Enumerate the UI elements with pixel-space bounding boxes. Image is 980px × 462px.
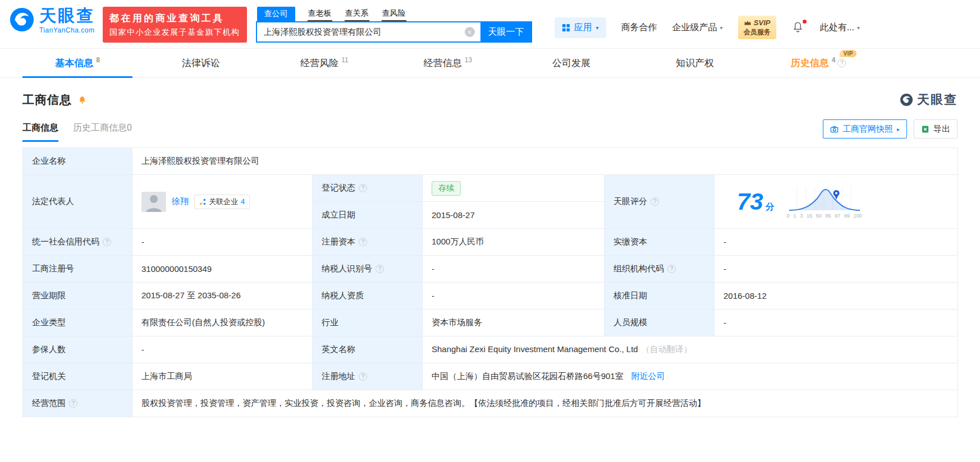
taxpayer-quality-value: -	[423, 283, 605, 309]
tab-label: 基本信息	[55, 57, 93, 70]
user-menu[interactable]: 此处有... ▾	[820, 22, 860, 34]
search-tab-risk[interactable]: 查风险	[382, 7, 406, 21]
tab-label: 经营风险	[300, 57, 338, 70]
search-tab-boss[interactable]: 查老板	[308, 7, 332, 21]
business-scope-value: 股权投资管理，投资管理，资产管理，实业投资，投资咨询，企业咨询，商务信息咨询。【…	[132, 390, 958, 417]
search-tab-company[interactable]: 查公司	[257, 7, 295, 21]
apps-grid-icon	[562, 24, 570, 32]
help-icon[interactable]: ?	[359, 238, 367, 246]
establish-date-value: 2015-08-27	[423, 202, 605, 229]
tab-basic-info[interactable]: 基本信息 8	[22, 49, 132, 77]
establish-date-label: 成立日期	[313, 202, 423, 229]
tab-label: 经营信息	[424, 57, 462, 70]
table-row: 经营范围? 股权投资管理，投资管理，资产管理，实业投资，投资咨询，企业咨询，商务…	[23, 390, 958, 417]
watermark-brand-text: 天眼查	[917, 91, 958, 108]
business-info-subtabs: 工商信息 历史工商信息0	[22, 122, 132, 136]
help-icon[interactable]: ?	[359, 184, 367, 192]
official-snapshot-button[interactable]: 工商官网快照 ▸	[823, 119, 907, 138]
business-cooperation-link[interactable]: 商务合作	[621, 22, 657, 34]
tab-intellectual-property[interactable]: 知识产权	[640, 49, 750, 77]
chevron-down-icon: ▾	[857, 25, 860, 31]
subtab-history-business-info[interactable]: 历史工商信息0	[73, 122, 132, 136]
banner-line1: 都在用的商业查询工具	[109, 12, 240, 25]
top-header: 天眼查 TianYanCha.com 都在用的商业查询工具 国家中小企业发展子基…	[0, 0, 980, 49]
crown-icon	[744, 20, 752, 26]
related-companies-chip[interactable]: 关联企业 4	[194, 195, 250, 209]
score-unit: 分	[766, 201, 775, 213]
tianyancha-watermark: 天眼查	[900, 91, 958, 108]
reg-authority-value: 上海市工商局	[132, 363, 313, 390]
export-button[interactable]: 导出	[914, 119, 958, 138]
help-icon[interactable]: ?	[837, 59, 846, 67]
logo-brand-text: 天眼查	[39, 7, 95, 25]
company-type-label: 企业类型	[23, 309, 132, 336]
company-name-label: 企业名称	[23, 148, 132, 175]
bell-icon	[791, 21, 804, 34]
tab-history-info[interactable]: VIP 历史信息 4 ?	[763, 49, 873, 77]
table-row: 企业名称 上海泽熙股权投资管理有限公司	[23, 148, 958, 175]
apps-menu[interactable]: 应用 ▾	[555, 17, 606, 38]
tianyancha-logo[interactable]: 天眼查 TianYanCha.com	[9, 7, 95, 34]
help-icon[interactable]: ?	[375, 265, 384, 273]
legal-rep-name-link[interactable]: 徐翔	[172, 196, 189, 207]
tab-operation-info[interactable]: 经营信息 13	[393, 49, 503, 77]
help-icon[interactable]: ?	[103, 238, 111, 246]
industry-label: 行业	[313, 309, 423, 336]
monitor-bell-icon[interactable]	[77, 95, 87, 105]
help-icon[interactable]: ?	[359, 372, 367, 381]
chevron-down-icon: ▾	[596, 25, 599, 31]
related-companies-label: 关联企业	[209, 197, 238, 207]
enterprise-products-menu[interactable]: 企业级产品 ▾	[672, 22, 723, 34]
tianyancha-logo-icon	[9, 7, 35, 33]
help-icon[interactable]: ?	[651, 197, 659, 206]
user-label: 此处有...	[820, 22, 854, 34]
status-badge: 存续	[432, 181, 461, 196]
taxpayer-quality-label: 纳税人资质	[313, 283, 423, 309]
search-tab-relation[interactable]: 查关系	[345, 7, 369, 21]
notification-dot	[803, 20, 807, 24]
table-row: 工商注册号 310000000150349 纳税人识别号? - 组织机构代码? …	[23, 256, 958, 283]
reg-capital-label: 注册资本?	[313, 229, 423, 256]
org-code-label: 组织机构代码?	[605, 256, 715, 283]
tab-company-development[interactable]: 公司发展	[516, 49, 626, 77]
tab-label: 历史信息	[791, 57, 829, 70]
table-row: 法定代表人 徐翔	[23, 175, 958, 202]
tab-legal-proceedings[interactable]: 法律诉讼	[146, 49, 256, 77]
tab-label: 知识产权	[676, 57, 714, 70]
clear-search-icon[interactable]: ×	[465, 27, 475, 37]
tab-label: 公司发展	[552, 57, 590, 70]
related-companies-count: 4	[241, 197, 245, 206]
legal-rep-label: 法定代表人	[23, 175, 132, 229]
subtab-business-info[interactable]: 工商信息	[22, 122, 58, 136]
score-value: 73	[737, 190, 763, 214]
svip-member-button[interactable]: SVIP 会员服务	[738, 16, 776, 39]
search-input[interactable]	[256, 21, 480, 43]
svip-subtitle: 会员服务	[744, 27, 771, 37]
reg-capital-value: 1000万人民币	[423, 229, 605, 256]
legal-rep-avatar[interactable]	[141, 192, 166, 212]
tianyan-score-label: 天眼评分?	[605, 175, 715, 229]
nearby-companies-link[interactable]: 附近公司	[631, 371, 665, 381]
legal-rep-cell: 徐翔 关联企业 4	[132, 175, 313, 229]
tab-operation-risk[interactable]: 经营风险 11	[269, 49, 379, 77]
arrow-right-icon: ▸	[897, 126, 900, 132]
search-button[interactable]: 天眼一下	[480, 21, 532, 43]
help-icon[interactable]: ?	[69, 399, 77, 408]
reg-status-label: 登记状态?	[313, 175, 423, 202]
taxpayer-id-label: 纳税人识别号?	[313, 256, 423, 283]
score-axis-labels: 01 315 5085 9799 100	[787, 213, 862, 219]
tab-label: 法律诉讼	[182, 57, 220, 70]
auto-translate-note: （自动翻译）	[642, 344, 692, 354]
reg-number-value: 310000000150349	[132, 256, 313, 283]
reg-authority-label: 登记机关	[23, 363, 132, 390]
chevron-down-icon: ▾	[720, 25, 723, 31]
approve-date-label: 核准日期	[605, 283, 715, 309]
tab-count: 8	[96, 56, 100, 64]
notifications-bell[interactable]	[791, 21, 805, 34]
help-icon[interactable]: ?	[667, 265, 676, 273]
english-name-value: Shanghai Zexi Equity Investment Manageme…	[423, 336, 958, 363]
vip-badge: VIP	[840, 50, 857, 57]
header-right-menu: 应用 ▾ 商务合作 企业级产品 ▾ SVIP 会员服务	[555, 16, 971, 39]
insured-count-value: -	[132, 336, 313, 363]
credit-code-label: 统一社会信用代码?	[23, 229, 132, 256]
